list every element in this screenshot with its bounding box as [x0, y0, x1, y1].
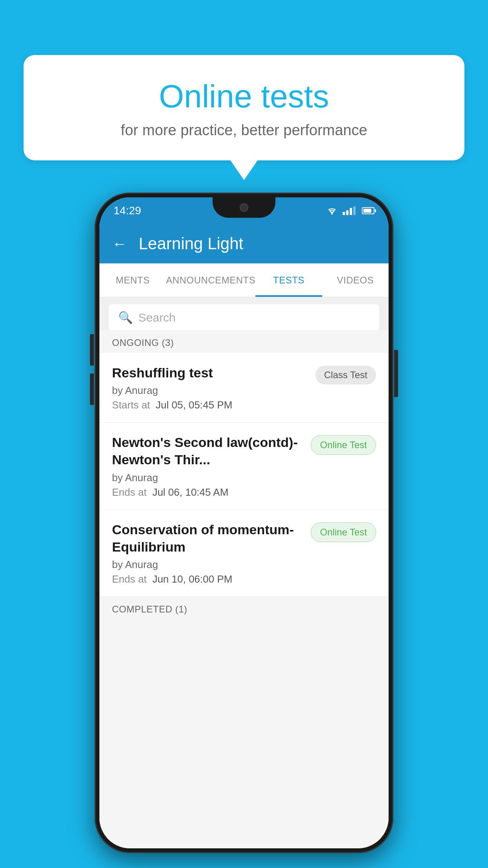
- speech-bubble: Online tests for more practice, better p…: [24, 55, 464, 160]
- side-button-right: [394, 350, 398, 397]
- date-value: Jul 06, 10:45 AM: [152, 486, 229, 498]
- app-title: Learning Light: [139, 234, 243, 253]
- date-value: Jul 05, 05:45 PM: [156, 399, 232, 411]
- test-date: Ends at Jun 10, 06:00 PM: [112, 573, 305, 585]
- tab-announcements[interactable]: ANNOUNCEMENTS: [166, 263, 255, 297]
- phone-screen: 14:29: [99, 197, 389, 848]
- test-name: Newton's Second law(contd)-Newton's Thir…: [112, 434, 305, 468]
- test-by: by Anurag: [112, 472, 305, 484]
- test-info: Reshuffling test by Anurag Starts at Jul…: [112, 364, 309, 411]
- side-button-left2: [90, 373, 94, 405]
- date-value: Jun 10, 06:00 PM: [152, 573, 233, 585]
- status-time: 14:29: [114, 204, 141, 217]
- test-by: by Anurag: [112, 559, 305, 571]
- test-by: by Anurag: [112, 384, 309, 397]
- date-label: Starts at: [112, 399, 150, 411]
- side-button-left1: [90, 334, 94, 366]
- test-item[interactable]: Reshuffling test by Anurag Starts at Jul…: [99, 353, 389, 423]
- test-name: Reshuffling test: [112, 364, 309, 381]
- back-button[interactable]: ←: [112, 235, 127, 252]
- test-item[interactable]: Conservation of momentum-Equilibrium by …: [99, 510, 389, 597]
- date-label: Ends at: [112, 573, 147, 585]
- notch-camera: [240, 203, 248, 212]
- notch: [213, 197, 275, 218]
- badge-online-test-2: Online Test: [311, 522, 376, 542]
- search-bar[interactable]: 🔍 Search: [109, 304, 379, 331]
- speech-bubble-container: Online tests for more practice, better p…: [24, 55, 464, 160]
- tab-videos[interactable]: VIDEOS: [322, 263, 389, 297]
- tabs-container: MENTS ANNOUNCEMENTS TESTS VIDEOS: [99, 263, 389, 297]
- content-area: ONGOING (3) Reshuffling test by Anurag S…: [99, 330, 389, 848]
- bubble-title: Online tests: [55, 79, 433, 114]
- badge-class-test: Class Test: [316, 366, 376, 384]
- test-date: Ends at Jul 06, 10:45 AM: [112, 486, 305, 498]
- test-name: Conservation of momentum-Equilibrium: [112, 521, 305, 555]
- tab-tests[interactable]: TESTS: [255, 263, 322, 297]
- status-icons: [326, 206, 374, 215]
- wifi-icon: [326, 206, 338, 215]
- search-icon: 🔍: [118, 311, 133, 324]
- svg-point-0: [331, 213, 333, 215]
- search-placeholder: Search: [138, 311, 176, 324]
- completed-section-header: COMPLETED (1): [99, 597, 389, 620]
- test-info: Conservation of momentum-Equilibrium by …: [112, 521, 305, 585]
- signal-bars-icon: [343, 206, 356, 215]
- battery-icon: [362, 207, 374, 214]
- test-item[interactable]: Newton's Second law(contd)-Newton's Thir…: [99, 423, 389, 509]
- app-header: ← Learning Light: [99, 224, 389, 263]
- ongoing-section-header: ONGOING (3): [99, 330, 389, 353]
- badge-online-test: Online Test: [311, 435, 376, 455]
- bubble-subtitle: for more practice, better performance: [55, 122, 433, 139]
- phone-container: 14:29: [95, 193, 393, 853]
- test-date: Starts at Jul 05, 05:45 PM: [112, 399, 309, 411]
- test-info: Newton's Second law(contd)-Newton's Thir…: [112, 434, 305, 498]
- date-label: Ends at: [112, 486, 147, 498]
- tab-ments[interactable]: MENTS: [99, 263, 166, 297]
